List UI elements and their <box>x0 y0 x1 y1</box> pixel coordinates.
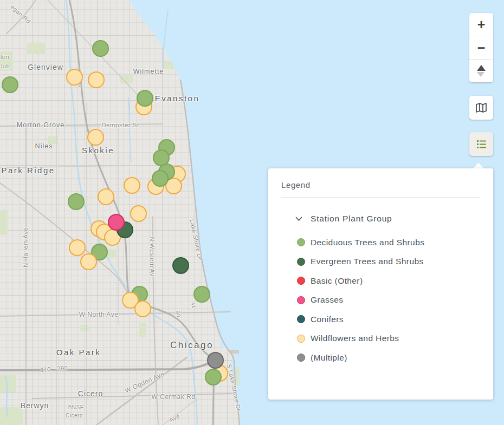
station-marker-deciduous[interactable] <box>137 90 153 107</box>
station-marker-wildflowers[interactable] <box>80 253 97 270</box>
station-marker-wildflowers[interactable] <box>66 69 83 86</box>
legend-item-evergreen: Evergreen Trees and Shrubs <box>297 252 480 272</box>
compass-button[interactable] <box>469 59 493 82</box>
compass-arrows-icon <box>477 65 486 77</box>
legend-swatch <box>297 315 305 323</box>
plus-icon: + <box>477 18 486 31</box>
legend-panel: Legend Station Plant Group Deciduous Tre… <box>268 168 493 400</box>
legend-item-label: Conifers <box>311 315 344 324</box>
station-marker-deciduous[interactable] <box>92 40 109 57</box>
station-marker-deciduous[interactable] <box>2 76 18 93</box>
station-marker-wildflowers[interactable] <box>88 71 105 88</box>
station-marker-grasses[interactable] <box>108 214 125 231</box>
legend-item-label: Evergreen Trees and Shrubs <box>311 257 424 266</box>
station-marker-wildflowers[interactable] <box>130 205 147 222</box>
legend-item-label: (Multiple) <box>311 353 347 363</box>
legend-item-label: Deciduous Trees and Shrubs <box>311 238 424 247</box>
legend-swatch <box>297 238 305 246</box>
legend-group-header[interactable]: Station Plant Group <box>295 214 480 224</box>
legend-panel-title: Legend <box>281 180 311 189</box>
legend-group-label: Station Plant Group <box>311 214 392 224</box>
basemap-icon <box>475 101 488 114</box>
legend-swatch <box>297 354 305 362</box>
legend-swatch <box>297 335 305 343</box>
legend-panel-header: Legend <box>281 168 480 198</box>
legend-swatch <box>297 277 305 285</box>
station-marker-wildflowers[interactable] <box>124 177 140 194</box>
chevron-down-icon <box>295 217 302 221</box>
zoom-out-button[interactable]: − <box>469 36 493 59</box>
legend-swatch <box>297 296 305 304</box>
station-marker-multiple[interactable] <box>207 352 224 369</box>
minus-icon: − <box>477 41 486 55</box>
legend-item-deciduous: Deciduous Trees and Shrubs <box>297 233 480 252</box>
station-marker-deciduous[interactable] <box>152 170 169 187</box>
legend-item-basic: Basic (Other) <box>297 271 480 291</box>
legend-item-label: Grasses <box>311 295 344 305</box>
legend-swatch <box>297 258 305 266</box>
station-marker-wildflowers[interactable] <box>134 300 151 317</box>
station-marker-deciduous[interactable] <box>205 369 222 385</box>
station-marker-evergreen[interactable] <box>172 257 189 274</box>
basemap-button[interactable] <box>469 96 493 120</box>
legend-item-label: Wildflowers and Herbs <box>311 334 399 343</box>
zoom-control-group: + − <box>469 13 493 82</box>
station-marker-wildflowers[interactable] <box>69 239 86 256</box>
station-marker-wildflowers[interactable] <box>87 129 104 146</box>
legend-item-wildflowers: Wildflowers and Herbs <box>297 329 480 349</box>
zoom-in-button[interactable]: + <box>469 13 493 36</box>
legend-items: Deciduous Trees and ShrubsEvergreen Tree… <box>268 224 493 368</box>
station-marker-deciduous[interactable] <box>193 286 210 303</box>
legend-button[interactable] <box>469 132 493 156</box>
station-marker-deciduous[interactable] <box>68 193 85 210</box>
legend-item-conifers: Conifers <box>297 310 480 329</box>
legend-item-multiple: (Multiple) <box>297 348 480 368</box>
legend-item-grasses: Grasses <box>297 291 480 310</box>
legend-list-icon <box>475 138 488 151</box>
legend-item-label: Basic (Other) <box>311 276 363 286</box>
station-marker-wildflowers[interactable] <box>98 188 114 205</box>
